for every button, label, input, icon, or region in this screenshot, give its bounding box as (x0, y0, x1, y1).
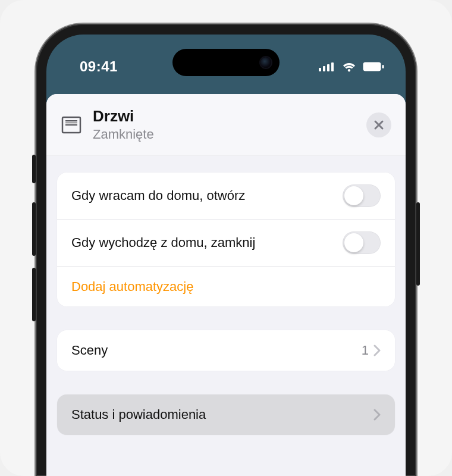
device-subtitle: Zamknięte (93, 127, 356, 142)
toggle-arrive-open[interactable] (343, 184, 381, 207)
sheet-titles: Drzwi Zamknięte (93, 107, 356, 142)
phone-volume-up (32, 202, 36, 256)
camera-icon (260, 57, 271, 68)
svg-rect-5 (382, 65, 384, 68)
device-title: Drzwi (93, 107, 356, 126)
garage-door-icon (61, 114, 82, 136)
scenes-trail: 1 (362, 343, 381, 358)
cellular-icon (319, 62, 335, 71)
svg-rect-7 (65, 120, 77, 126)
battery-icon (363, 62, 384, 71)
svg-rect-1 (323, 66, 325, 71)
automation-row-leave-close: Gdy wychodzę z domu, zamknij (57, 219, 395, 266)
wifi-icon (341, 61, 357, 72)
status-time: 09:41 (68, 58, 118, 75)
svg-rect-4 (363, 62, 381, 71)
svg-rect-2 (327, 64, 329, 71)
dynamic-island (172, 49, 280, 76)
phone-volume-down (32, 268, 36, 321)
scenes-label: Sceny (71, 343, 362, 358)
automation-label: Gdy wychodzę z domu, zamknij (71, 235, 343, 250)
close-button[interactable] (366, 112, 391, 137)
automation-row-arrive-open: Gdy wracam do domu, otwórz (57, 173, 395, 219)
screen: 09:41 (46, 35, 406, 476)
chevron-right-icon (373, 345, 381, 356)
status-notifications-card: Status i powiadomienia (57, 394, 395, 435)
status-notifications-row[interactable]: Status i powiadomienia (57, 394, 395, 435)
toggle-leave-close[interactable] (343, 231, 381, 254)
svg-rect-0 (319, 68, 321, 71)
close-icon (373, 120, 384, 130)
phone-side-button (416, 202, 420, 286)
toggle-knob (344, 233, 363, 252)
toggle-knob (344, 186, 363, 205)
accessory-sheet: Drzwi Zamknięte Gdy wracam do domu, otwó… (46, 94, 406, 476)
canvas: 09:41 (0, 0, 452, 476)
phone-mute-switch (32, 155, 36, 183)
chevron-right-icon (373, 409, 381, 421)
sheet-body: Gdy wracam do domu, otwórz Gdy wychodzę … (46, 156, 406, 435)
scenes-count: 1 (362, 343, 369, 358)
scenes-card: Sceny 1 (57, 330, 395, 371)
add-automation-button[interactable]: Dodaj automatyzację (57, 266, 395, 306)
phone-frame: 09:41 (36, 24, 416, 476)
sheet-header: Drzwi Zamknięte (46, 94, 406, 156)
add-automation-label: Dodaj automatyzację (71, 279, 381, 295)
status-notifications-trail (373, 409, 381, 421)
status-notifications-label: Status i powiadomienia (71, 407, 373, 422)
svg-rect-3 (331, 62, 334, 71)
automation-label: Gdy wracam do domu, otwórz (71, 188, 343, 203)
scenes-row[interactable]: Sceny 1 (57, 330, 395, 371)
status-right-icons (319, 61, 384, 72)
automations-card: Gdy wracam do domu, otwórz Gdy wychodzę … (57, 173, 395, 306)
